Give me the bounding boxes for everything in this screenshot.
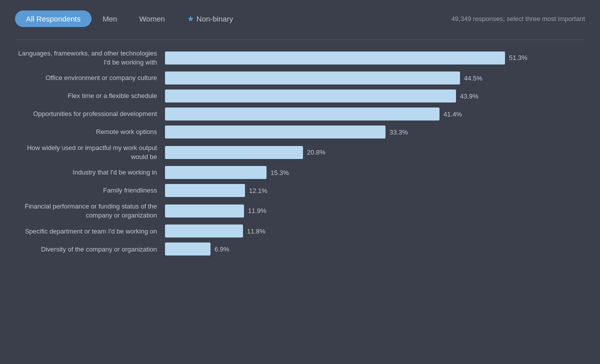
bar: [165, 108, 440, 120]
bar: [165, 52, 505, 64]
bar: [165, 242, 210, 256]
chart-row: Flex time or a flexible schedule43.9%: [15, 90, 585, 102]
row-label: Flex time or a flexible schedule: [15, 92, 165, 100]
chart-row: Industry that I'd be working in15.3%: [15, 166, 585, 179]
bar-container: 41.4%: [165, 108, 585, 120]
chart-row: How widely used or impactful my work out…: [15, 144, 585, 161]
tab-all-respondents[interactable]: All Respondents: [15, 10, 92, 27]
row-label: Industry that I'd be working in: [15, 168, 165, 177]
bar-percentage: 33.3%: [390, 128, 408, 136]
chart-row: Remote work options33.3%: [15, 126, 585, 138]
bar-percentage: 51.3%: [509, 54, 528, 62]
bar-percentage: 41.4%: [444, 110, 462, 118]
row-label: Remote work options: [15, 128, 165, 136]
bar-container: 11.9%: [165, 204, 585, 218]
bar-container: 6.9%: [165, 242, 585, 256]
bar-container: 15.3%: [165, 166, 585, 179]
bar-percentage: 15.3%: [270, 169, 289, 176]
chart-area: Languages, frameworks, and other technol…: [15, 49, 585, 260]
bar-percentage: 11.9%: [248, 207, 266, 214]
chart-row: Financial performance or funding status …: [15, 202, 585, 220]
chart-row: Diversity of the company or organization…: [15, 242, 585, 256]
row-label: Financial performance or funding status …: [15, 202, 165, 220]
bar-percentage: 6.9%: [214, 246, 230, 253]
chart-row: Languages, frameworks, and other technol…: [15, 49, 585, 66]
bar-percentage: 11.8%: [247, 228, 266, 235]
chart-row: Family friendliness12.1%: [15, 184, 585, 197]
bar-container: 51.3%: [165, 52, 585, 64]
tab-bar: All Respondents Men Women ★ Non-binary 4…: [15, 10, 585, 28]
bar: [165, 166, 266, 179]
bar-container: 20.8%: [165, 146, 585, 159]
response-note: 49,349 responses; select three most impo…: [452, 15, 585, 22]
tab-women[interactable]: Women: [128, 10, 176, 27]
row-label: Diversity of the company or organization: [15, 245, 165, 254]
bar: [165, 204, 244, 218]
bar-percentage: 43.9%: [460, 92, 478, 100]
bar-container: 44.5%: [165, 72, 585, 84]
bar-container: 43.9%: [165, 90, 585, 102]
bar: [165, 72, 460, 84]
tab-men[interactable]: Men: [92, 10, 128, 27]
chart-row: Office environment or company culture44.…: [15, 72, 585, 84]
bar: [165, 146, 303, 159]
bar: [165, 224, 243, 238]
bar: [165, 90, 456, 102]
row-label: How widely used or impactful my work out…: [15, 144, 165, 161]
row-label: Opportunities for professional developme…: [15, 110, 165, 118]
star-icon: ★: [187, 14, 194, 24]
tab-nonbinary[interactable]: ★ Non-binary: [176, 10, 244, 28]
bar: [165, 126, 386, 138]
chart-row: Opportunities for professional developme…: [15, 108, 585, 120]
row-label: Specific department or team I'd be worki…: [15, 227, 165, 236]
chart-row: Specific department or team I'd be worki…: [15, 224, 585, 238]
bar-percentage: 44.5%: [464, 74, 482, 82]
bar-container: 11.8%: [165, 224, 585, 238]
bar-container: 12.1%: [165, 184, 585, 197]
row-label: Languages, frameworks, and other technol…: [15, 49, 165, 66]
bar-percentage: 20.8%: [307, 148, 326, 156]
row-label: Family friendliness: [15, 186, 165, 195]
divider: [15, 40, 585, 40]
row-label: Office environment or company culture: [15, 74, 165, 82]
bar: [165, 184, 245, 197]
bar-percentage: 12.1%: [249, 187, 268, 194]
bar-container: 33.3%: [165, 126, 585, 138]
main-container: All Respondents Men Women ★ Non-binary 4…: [0, 0, 600, 364]
